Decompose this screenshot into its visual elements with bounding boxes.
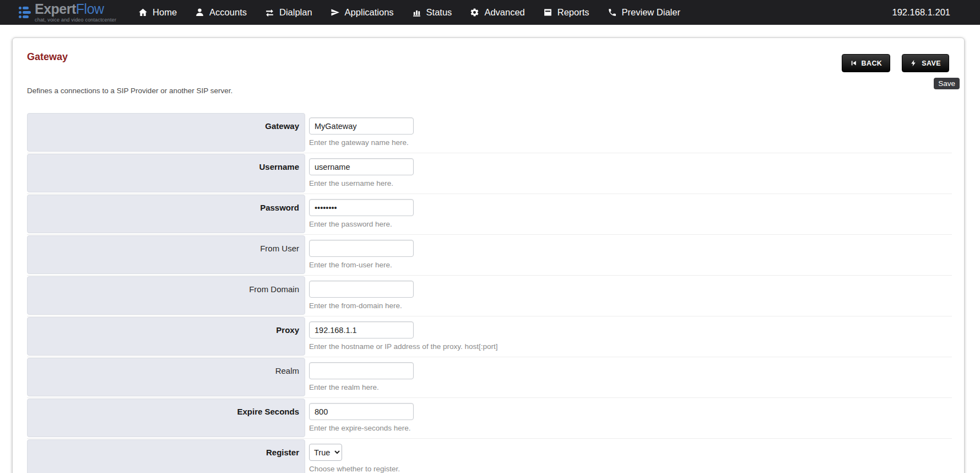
home-icon	[138, 8, 148, 17]
password-input[interactable]	[309, 199, 414, 216]
bar-chart-icon	[412, 8, 421, 17]
form-row-from-domain: From Domain Enter the from-domain here.	[27, 276, 952, 316]
expertflow-logo[interactable]: ExpertFlow chat, voice and video contact…	[19, 2, 116, 23]
field-label-panel: From User	[27, 235, 305, 274]
from-domain-help-text: Enter the from-domain here.	[309, 302, 414, 310]
brand-wordmark: ExpertFlow	[35, 2, 116, 16]
proxy-input[interactable]	[309, 321, 414, 338]
password-help-text: Enter the password here.	[309, 220, 414, 228]
back-button[interactable]: BACK	[842, 54, 891, 72]
form-row-register: Register True Choose whether to register…	[27, 439, 952, 473]
field-label-panel: Realm	[27, 358, 305, 396]
nav-item-home[interactable]: Home	[138, 7, 177, 18]
realm-help-text: Enter the realm here.	[309, 383, 414, 391]
action-buttons: BACK SAVE	[842, 54, 949, 72]
save-tooltip: Save	[934, 78, 960, 89]
form-row-proxy: Proxy Enter the hostname or IP address o…	[27, 316, 952, 357]
nav-menu: Home Accounts Dialplan Applications Stat…	[138, 7, 680, 18]
transfer-arrows-icon	[265, 8, 274, 17]
register-select[interactable]: True	[309, 444, 342, 461]
form-row-expire-seconds: Expire Seconds Enter the expire-seconds …	[27, 398, 952, 439]
gateway-settings-card: Gateway Defines a connections to a SIP P…	[12, 37, 965, 473]
field-label-panel: Expire Seconds	[27, 399, 305, 437]
register-help-text: Choose whether to register.	[309, 465, 400, 473]
nav-item-dialplan[interactable]: Dialplan	[265, 7, 312, 18]
user-icon	[195, 8, 204, 17]
gateway-name-input[interactable]	[309, 117, 414, 135]
page-title: Gateway	[27, 51, 68, 63]
phone-icon	[608, 8, 617, 17]
form-row-from-user: From User Enter the from-user here.	[27, 235, 952, 276]
field-label-panel: Password	[27, 195, 305, 233]
field-label-from-user: From User	[260, 244, 299, 273]
page-description: Defines a connections to a SIP Provider …	[27, 87, 232, 95]
save-button[interactable]: SAVE	[902, 54, 949, 72]
form-row-password: Password Enter the password here.	[27, 194, 952, 235]
from-domain-input[interactable]	[309, 281, 414, 298]
lightning-bolt-icon	[910, 60, 917, 67]
expire-seconds-input[interactable]	[309, 403, 414, 420]
nav-item-accounts[interactable]: Accounts	[195, 7, 247, 18]
reports-book-icon	[543, 8, 553, 17]
field-label-gateway: Gateway	[265, 121, 299, 151]
from-user-input[interactable]	[309, 240, 414, 257]
proxy-help-text: Enter the hostname or IP address of the …	[309, 342, 497, 351]
nav-item-applications[interactable]: Applications	[331, 7, 394, 18]
nav-item-advanced[interactable]: Advanced	[470, 7, 524, 18]
field-label-username: Username	[259, 162, 299, 192]
username-help-text: Enter the username here.	[309, 179, 414, 187]
field-label-panel: From Domain	[27, 276, 305, 315]
field-label-panel: Gateway	[27, 113, 305, 152]
paper-plane-icon	[331, 8, 340, 17]
username-input[interactable]	[309, 158, 414, 175]
skip-back-icon	[850, 60, 857, 67]
form-row-gateway: Gateway Enter the gateway name here.	[27, 112, 952, 153]
from-user-help-text: Enter the from-user here.	[309, 261, 414, 269]
field-label-register: Register	[266, 448, 299, 473]
realm-input[interactable]	[309, 362, 414, 379]
brand-tagline: chat, voice and video contactcenter	[35, 18, 116, 23]
field-label-from-domain: From Domain	[249, 284, 299, 314]
field-label-expire-seconds: Expire Seconds	[237, 407, 299, 437]
gateway-form: Gateway Enter the gateway name here. Use…	[27, 112, 952, 473]
gear-icon	[470, 8, 479, 17]
server-ip-address: 192.168.1.201	[892, 7, 950, 18]
field-label-realm: Realm	[275, 366, 299, 396]
nav-item-status[interactable]: Status	[412, 7, 452, 18]
field-label-panel: Register	[27, 439, 305, 473]
top-navbar: ExpertFlow chat, voice and video contact…	[0, 0, 980, 25]
field-label-password: Password	[260, 203, 299, 233]
nav-item-preview-dialer[interactable]: Preview Dialer	[608, 7, 680, 18]
expertflow-logo-icon	[19, 7, 31, 18]
field-label-proxy: Proxy	[276, 325, 299, 355]
form-row-username: Username Enter the username here.	[27, 153, 952, 194]
field-label-panel: Proxy	[27, 317, 305, 356]
nav-item-reports[interactable]: Reports	[543, 7, 589, 18]
gateway-help-text: Enter the gateway name here.	[309, 138, 414, 147]
form-row-realm: Realm Enter the realm here.	[27, 357, 952, 398]
field-label-panel: Username	[27, 154, 305, 192]
expire-seconds-help-text: Enter the expire-seconds here.	[309, 424, 414, 432]
